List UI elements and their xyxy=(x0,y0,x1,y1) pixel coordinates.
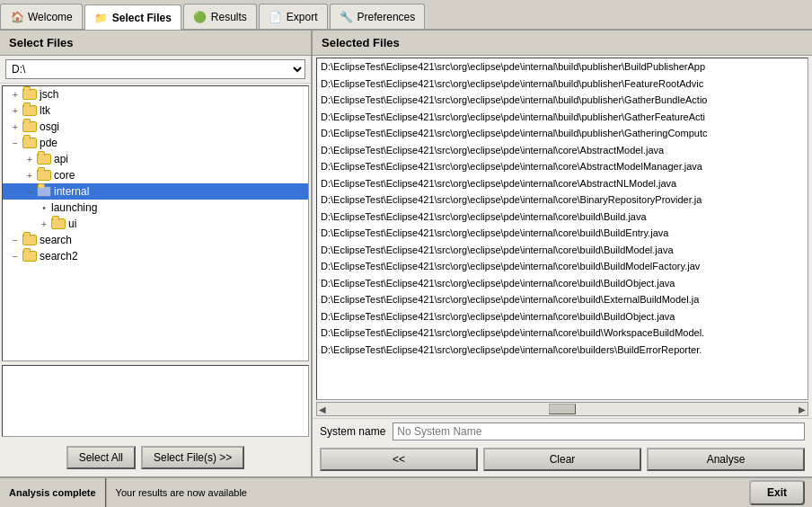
drive-dropdown[interactable]: D:\ xyxy=(5,59,305,79)
expand-icon[interactable]: + xyxy=(8,103,22,118)
preferences-icon: 🔧 xyxy=(340,10,354,24)
expand-icon[interactable]: + xyxy=(22,168,37,182)
list-item: D:\EclipseTest\Eclipse421\src\org\eclips… xyxy=(317,175,808,192)
list-item: D:\EclipseTest\Eclipse421\src\org\eclips… xyxy=(317,225,808,242)
tree-item-jsch[interactable]: + jsch xyxy=(3,86,308,102)
left-button-row: Select All Select File(s) >> xyxy=(0,439,311,476)
folder-icon xyxy=(37,170,51,181)
list-item: D:\EclipseTest\Eclipse421\src\org\eclips… xyxy=(317,158,808,175)
status-bar: Analysis complete Your results are now a… xyxy=(0,476,812,507)
left-panel: Select Files D:\ + jsch + ltk xyxy=(0,31,313,476)
folder-icon xyxy=(37,154,51,165)
system-name-input[interactable] xyxy=(393,422,805,440)
tree-item-ui[interactable]: + ui xyxy=(3,216,308,232)
clear-button[interactable]: Clear xyxy=(483,448,641,471)
horizontal-scrollbar[interactable]: ◀ ▶ xyxy=(316,402,808,416)
expand-icon[interactable]: + xyxy=(8,120,22,134)
exit-button[interactable]: Exit xyxy=(749,480,805,505)
list-item: D:\EclipseTest\Eclipse421\src\org\eclips… xyxy=(317,125,808,142)
export-icon: 📄 xyxy=(269,10,283,24)
list-item: D:\EclipseTest\Eclipse421\src\org\eclips… xyxy=(317,258,808,275)
left-panel-title: Select Files xyxy=(0,31,311,56)
tab-results[interactable]: 🟢 Results xyxy=(183,4,257,29)
list-item: D:\EclipseTest\Eclipse421\src\org\eclips… xyxy=(317,92,808,109)
results-icon: 🟢 xyxy=(193,10,207,24)
selected-files-list[interactable]: D:\EclipseTest\Eclipse421\src\org\eclips… xyxy=(316,58,808,400)
tab-bar: 🏠 Welcome 📁 Select Files 🟢 Results 📄 Exp… xyxy=(0,0,812,31)
folder-icon xyxy=(22,251,37,262)
tree-item-ltk[interactable]: + ltk xyxy=(3,102,308,119)
scroll-right-icon[interactable]: ▶ xyxy=(799,405,806,414)
file-tree-container: + jsch + ltk + osgi xyxy=(2,85,309,361)
right-button-row: << Clear Analyse xyxy=(313,444,812,476)
expand-icon[interactable]: − xyxy=(8,249,22,263)
list-item: D:\EclipseTest\Eclipse421\src\org\eclips… xyxy=(317,242,808,259)
system-name-row: System name xyxy=(313,418,812,444)
list-item: D:\EclipseTest\Eclipse421\src\org\eclips… xyxy=(317,342,808,359)
tab-export[interactable]: 📄 Export xyxy=(259,4,328,29)
expand-icon[interactable]: − xyxy=(8,136,22,150)
folder-icon xyxy=(51,218,66,229)
list-item: D:\EclipseTest\Eclipse421\src\org\eclips… xyxy=(317,325,808,342)
select-files-button[interactable]: Select File(s) >> xyxy=(141,446,244,469)
tree-item-search[interactable]: − search xyxy=(3,232,308,248)
status-message: Your results are now available xyxy=(107,484,749,502)
folder-icon xyxy=(22,235,37,245)
drive-selector-row: D:\ xyxy=(0,56,311,84)
folder-icon xyxy=(22,89,37,100)
list-item: D:\EclipseTest\Eclipse421\src\org\eclips… xyxy=(317,58,808,76)
main-content: Select Files D:\ + jsch + ltk xyxy=(0,31,812,476)
list-item: D:\EclipseTest\Eclipse421\src\org\eclips… xyxy=(317,275,808,292)
list-item: D:\EclipseTest\Eclipse421\src\org\eclips… xyxy=(317,191,808,209)
tab-select-files[interactable]: 📁 Select Files xyxy=(84,4,181,30)
folder-icon xyxy=(22,138,37,148)
tree-item-search2[interactable]: − search2 xyxy=(3,248,308,264)
file-tree[interactable]: + jsch + ltk + osgi xyxy=(2,85,309,361)
expand-icon[interactable]: + xyxy=(8,87,22,102)
scroll-thumb[interactable] xyxy=(549,404,576,414)
tree-item-api[interactable]: + api xyxy=(3,151,308,167)
list-item: D:\EclipseTest\Eclipse421\src\org\eclips… xyxy=(317,209,808,226)
dot-indicator: • xyxy=(40,200,48,215)
scroll-left-icon[interactable]: ◀ xyxy=(319,405,326,414)
system-name-label: System name xyxy=(320,425,385,438)
expand-icon[interactable]: − xyxy=(8,233,22,247)
left-preview-area xyxy=(2,365,309,437)
analyse-button[interactable]: Analyse xyxy=(647,448,805,471)
list-item: D:\EclipseTest\Eclipse421\src\org\eclips… xyxy=(317,291,808,308)
tab-welcome[interactable]: 🏠 Welcome xyxy=(0,4,83,29)
tab-preferences[interactable]: 🔧 Preferences xyxy=(330,4,426,29)
list-item: D:\EclipseTest\Eclipse421\src\org\eclips… xyxy=(317,142,808,159)
list-item: D:\EclipseTest\Eclipse421\src\org\eclips… xyxy=(317,76,808,93)
tree-item-core[interactable]: + core xyxy=(3,167,308,183)
select-all-button[interactable]: Select All xyxy=(66,446,136,469)
right-panel-title: Selected Files xyxy=(313,31,812,56)
tree-item-pde[interactable]: − pde xyxy=(3,135,308,151)
folder-tab-icon: 📁 xyxy=(94,11,109,25)
list-item: D:\EclipseTest\Eclipse421\src\org\eclips… xyxy=(317,109,808,126)
tree-item-internal[interactable]: − internal xyxy=(3,183,308,200)
expand-icon[interactable]: − xyxy=(22,184,37,199)
welcome-icon: 🏠 xyxy=(10,10,24,24)
expand-icon[interactable]: + xyxy=(37,217,51,231)
folder-icon xyxy=(22,105,37,116)
analysis-status-label: Analysis complete xyxy=(0,478,107,507)
folder-icon xyxy=(22,121,37,132)
right-panel: Selected Files D:\EclipseTest\Eclipse421… xyxy=(313,31,812,476)
list-item: D:\EclipseTest\Eclipse421\src\org\eclips… xyxy=(317,308,808,325)
back-button[interactable]: << xyxy=(320,448,478,471)
folder-icon xyxy=(37,186,51,197)
tree-item-launching[interactable]: • launching xyxy=(3,200,308,216)
expand-icon[interactable]: + xyxy=(22,152,37,166)
tree-item-osgi[interactable]: + osgi xyxy=(3,119,308,135)
